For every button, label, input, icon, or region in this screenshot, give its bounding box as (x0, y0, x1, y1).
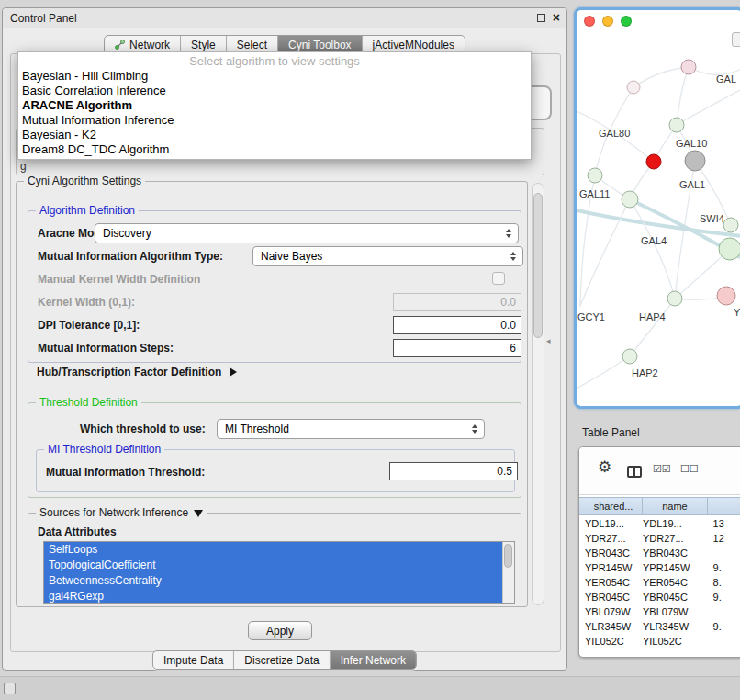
network-node[interactable] (719, 238, 740, 260)
table-row[interactable]: YBL079WYBL079W (585, 604, 740, 619)
mi-threshold-definition-group: MI Threshold Definition Mutual Informati… (36, 449, 515, 492)
algorithm-definition-title: Algorithm Definition (36, 204, 139, 217)
data-attribute-item-topologicalcoefficient[interactable]: TopologicalCoefficient (44, 558, 502, 573)
data-attribute-item-selfloops[interactable]: SelfLoops (44, 542, 502, 558)
combo-updown-icon (510, 252, 516, 261)
select-all-icon[interactable]: ☑☑ (653, 463, 671, 475)
network-edge[interactable] (630, 299, 675, 356)
column-header-shared[interactable]: shared... (585, 498, 643, 514)
mi-algorithm-type-select[interactable]: Naive Bayes (252, 246, 523, 266)
table-cell: 9. (708, 592, 740, 603)
data-attributes-items: SelfLoopsTopologicalCoefficientBetweenne… (44, 542, 502, 603)
network-scrollbar-thumb[interactable] (732, 32, 740, 47)
network-edge[interactable] (677, 89, 740, 125)
control-panel-window: Control Panel × NetworkStyleSelectCyni T… (2, 7, 567, 671)
mi-algorithm-type-label: Mutual Information Algorithm Type: (38, 250, 223, 263)
node-label-gal4: GAL4 (641, 235, 667, 246)
network-edge[interactable] (630, 199, 675, 299)
network-node[interactable] (588, 168, 602, 183)
control-panel-titlebar: Control Panel × (3, 8, 566, 28)
sources-title[interactable]: Sources for Network Inference (36, 506, 207, 519)
kernel-width-field[interactable]: 0.0 (393, 293, 521, 311)
table-row[interactable]: YBR043CYBR043C (585, 546, 740, 560)
network-edge[interactable] (577, 356, 630, 389)
table-row[interactable]: YER054CYER054C8. (585, 575, 740, 590)
desktop: Control Panel × NetworkStyleSelectCyni T… (0, 0, 740, 700)
deselect-all-icon[interactable]: ☐☐ (680, 463, 699, 475)
table-row[interactable]: YIL052CYIL052C (585, 634, 740, 649)
algorithm-option-aracne-algorithm[interactable]: ARACNE Algorithm (18, 98, 531, 113)
column-header-2[interactable] (708, 498, 740, 514)
network-node[interactable] (667, 291, 682, 306)
table-cell: YDL19... (585, 518, 643, 529)
network-node[interactable] (723, 218, 738, 232)
attributes-list-scrollbar[interactable] (502, 542, 514, 603)
network-edge[interactable] (633, 67, 689, 87)
bottom-tab-infer-network[interactable]: Infer Network (331, 651, 416, 669)
algorithm-option-bayesian-hill-climbing[interactable]: Bayesian - Hill Climbing (18, 69, 531, 84)
hub-section-toggle[interactable]: Hub/Transcription Factor Definition (37, 366, 237, 378)
network-node[interactable] (622, 349, 637, 364)
network-node[interactable] (622, 191, 638, 208)
network-node[interactable] (627, 81, 640, 94)
network-node[interactable] (669, 118, 684, 132)
table-row[interactable]: YBR045CYBR045C9. (585, 590, 740, 604)
node-label-hap4: HAP4 (639, 311, 666, 322)
gear-icon[interactable]: ⚙ (598, 457, 611, 477)
algorithm-dropdown-list: Select algorithm to view settings Bayesi… (17, 51, 532, 160)
panel-collapse-icon[interactable]: ◂ (546, 336, 551, 345)
apply-button[interactable]: Apply (248, 621, 312, 640)
mi-steps-label: Mutual Information Steps: (38, 342, 174, 355)
column-header-name[interactable]: name (643, 498, 708, 514)
float-window-icon[interactable] (537, 14, 545, 22)
minimize-traffic-light[interactable] (602, 16, 613, 27)
algorithm-option-mutual-information-inference[interactable]: Mutual Information Inference (18, 113, 531, 128)
aracne-mode-select[interactable]: Discovery (95, 223, 519, 243)
data-attribute-item-gal4rgexp[interactable]: gal4RGexp (44, 589, 502, 604)
node-label-gal: GAL (716, 73, 736, 85)
mi-steps-value: 6 (510, 342, 516, 355)
collapse-arrow-icon (194, 510, 203, 517)
mi-threshold-field[interactable]: 0.5 (389, 462, 518, 480)
which-threshold-select[interactable]: MI Threshold (217, 419, 485, 439)
network-node[interactable] (717, 287, 735, 305)
table-body: YDL19...YDL19...13YDR27...YDR27...12YBR0… (579, 516, 740, 657)
network-canvas[interactable]: GALGAL80GAL10GAL1GAL11SWI4GAL4GCY1HAP4YH… (577, 30, 740, 403)
close-traffic-light[interactable] (584, 16, 595, 27)
dpi-tolerance-field[interactable]: 0.0 (393, 316, 521, 334)
table-panel-title: Table Panel (582, 426, 640, 439)
table-cell: YBR045C (585, 592, 643, 603)
algorithm-option-basic-correlation-inference[interactable]: Basic Correlation Inference (18, 84, 531, 98)
network-node[interactable] (646, 154, 661, 169)
zoom-traffic-light[interactable] (621, 16, 632, 27)
network-edge[interactable] (677, 67, 689, 125)
network-node[interactable] (685, 151, 705, 171)
table-cell: YIL052C (643, 636, 708, 647)
data-attribute-item-betweennesscentrality[interactable]: BetweennessCentrality (44, 573, 502, 589)
attributes-list-scrollbar-thumb[interactable] (504, 544, 512, 568)
tab-label: Style (191, 39, 216, 51)
settings-scrollbar[interactable] (532, 183, 544, 605)
status-strip (0, 676, 740, 700)
bottom-tab-label: Discretize Data (244, 654, 319, 667)
table-row[interactable]: YPR145WYPR145W9. (585, 560, 740, 575)
mi-threshold-definition-title: MI Threshold Definition (44, 443, 164, 456)
table-cell: 8. (708, 577, 740, 588)
combo-updown-icon (506, 229, 511, 238)
table-row[interactable]: YLR345WYLR345W9. (585, 619, 740, 634)
table-row[interactable]: YDL19...YDL19...13 (585, 516, 740, 531)
algorithm-option-dream8-dc-tdc-algorithm[interactable]: Dream8 DC_TDC Algorithm (18, 142, 531, 157)
node-label-gal10: GAL10 (676, 138, 707, 149)
manual-kernel-checkbox[interactable] (492, 272, 505, 285)
close-window-icon[interactable]: × (553, 12, 560, 24)
columns-icon[interactable] (627, 466, 642, 478)
table-cell: 13 (708, 518, 740, 529)
mi-steps-field[interactable]: 6 (393, 339, 521, 357)
network-node[interactable] (681, 60, 696, 74)
settings-scrollbar-thumb[interactable] (533, 193, 543, 338)
algorithm-option-bayesian-k2[interactable]: Bayesian - K2 (18, 128, 531, 142)
bottom-tab-discretize-data[interactable]: Discretize Data (234, 651, 330, 669)
table-row[interactable]: YDR27...YDR27...12 (585, 531, 740, 546)
panel-toggle-icon[interactable] (4, 683, 16, 694)
bottom-tab-impute-data[interactable]: Impute Data (153, 651, 234, 669)
